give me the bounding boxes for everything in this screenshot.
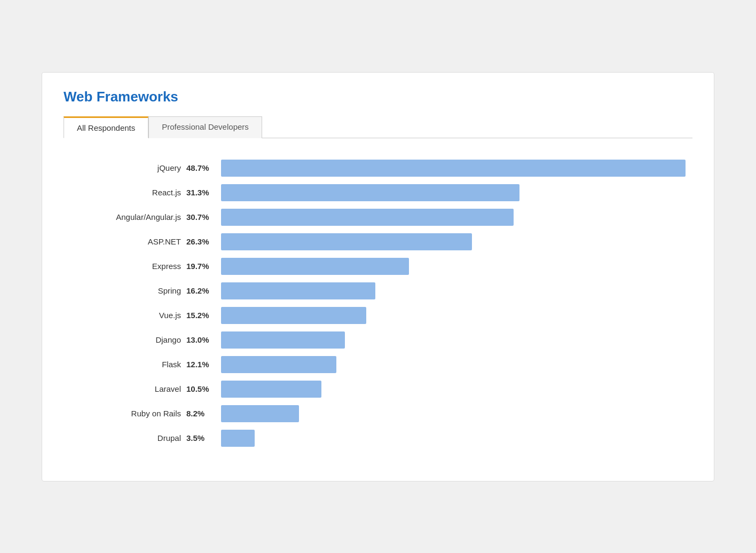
chart-row: Express 19.7%: [64, 258, 692, 275]
chart-row: Django 13.0%: [64, 331, 692, 349]
bar: [221, 430, 255, 447]
bar-container: [221, 258, 692, 275]
bar: [221, 160, 686, 177]
row-label: Laravel: [64, 384, 186, 393]
row-label: Express: [64, 262, 186, 271]
chart-row: jQuery 48.7%: [64, 160, 692, 177]
bar-container: [221, 356, 692, 373]
bar-container: [221, 184, 692, 201]
row-pct: 10.5%: [186, 384, 221, 393]
bar-container: [221, 430, 692, 447]
chart-row: Angular/Angular.js 30.7%: [64, 209, 692, 226]
row-pct: 31.3%: [186, 188, 221, 197]
row-pct: 13.0%: [186, 335, 221, 344]
row-label: React.js: [64, 188, 186, 197]
bar: [221, 258, 409, 275]
bar-container: [221, 381, 692, 398]
chart-area: jQuery 48.7% React.js 31.3% Angular/Angu…: [64, 154, 692, 460]
row-label: jQuery: [64, 163, 186, 172]
row-pct: 15.2%: [186, 311, 221, 320]
bar: [221, 307, 366, 324]
bar: [221, 381, 321, 398]
card: Web Frameworks All Respondents Professio…: [42, 72, 714, 481]
row-label: Flask: [64, 360, 186, 369]
row-pct: 26.3%: [186, 237, 221, 246]
chart-row: Spring 16.2%: [64, 282, 692, 299]
row-label: Drupal: [64, 433, 186, 443]
bar: [221, 282, 375, 299]
tab-all-respondents[interactable]: All Respondents: [64, 116, 148, 138]
row-pct: 30.7%: [186, 212, 221, 222]
row-pct: 3.5%: [186, 433, 221, 443]
tabs: All Respondents Professional Developers: [64, 116, 692, 138]
chart-row: ASP.NET 26.3%: [64, 233, 692, 250]
bar-container: [221, 160, 692, 177]
bar: [221, 184, 519, 201]
row-label: Angular/Angular.js: [64, 212, 186, 222]
chart-row: Drupal 3.5%: [64, 430, 692, 447]
row-label: Django: [64, 335, 186, 344]
bar-container: [221, 405, 692, 422]
bar-container: [221, 307, 692, 324]
row-pct: 16.2%: [186, 286, 221, 295]
chart-row: React.js 31.3%: [64, 184, 692, 201]
row-pct: 12.1%: [186, 360, 221, 369]
row-pct: 48.7%: [186, 163, 221, 172]
bar-container: [221, 209, 692, 226]
bar-container: [221, 233, 692, 250]
bar: [221, 356, 336, 373]
bar: [221, 233, 472, 250]
row-label: Spring: [64, 286, 186, 295]
page-title: Web Frameworks: [64, 89, 692, 105]
row-pct: 19.7%: [186, 262, 221, 271]
chart-row: Flask 12.1%: [64, 356, 692, 373]
row-label: ASP.NET: [64, 237, 186, 246]
bar-container: [221, 282, 692, 299]
chart-row: Ruby on Rails 8.2%: [64, 405, 692, 422]
tab-professional-developers[interactable]: Professional Developers: [148, 116, 262, 138]
chart-row: Vue.js 15.2%: [64, 307, 692, 324]
chart-row: Laravel 10.5%: [64, 381, 692, 398]
bar: [221, 405, 299, 422]
row-pct: 8.2%: [186, 409, 221, 418]
bar-container: [221, 331, 692, 349]
bar: [221, 331, 345, 349]
bar: [221, 209, 514, 226]
row-label: Ruby on Rails: [64, 409, 186, 418]
row-label: Vue.js: [64, 311, 186, 320]
